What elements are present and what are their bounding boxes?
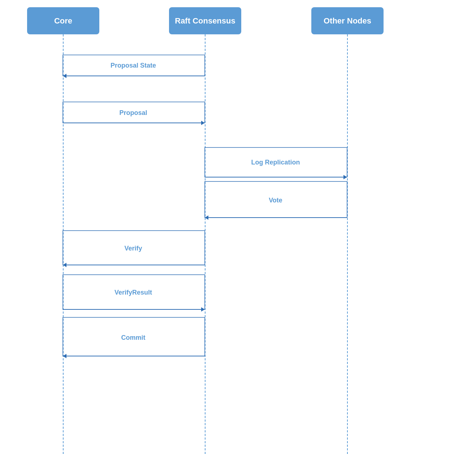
svg-marker-17 — [201, 307, 205, 312]
lifeline-core — [63, 34, 64, 454]
actor-core: Core — [27, 7, 99, 34]
lifeline-other — [347, 34, 348, 454]
svg-rect-9 — [205, 181, 347, 218]
svg-marker-5 — [201, 121, 205, 125]
svg-rect-3 — [63, 102, 205, 123]
proposal-label: Proposal — [119, 109, 147, 116]
proposal-state-label: Proposal State — [111, 62, 156, 69]
actor-raft: Raft Consensus — [169, 7, 241, 34]
actor-other: Other Nodes — [311, 7, 384, 34]
svg-marker-8 — [343, 175, 347, 179]
verify-result-label: VerifyResult — [114, 289, 152, 296]
verify-label: Verify — [124, 245, 142, 252]
svg-rect-18 — [63, 317, 205, 356]
log-replication-label: Log Replication — [251, 159, 300, 166]
arrows-svg: Proposal State Proposal Log Replication … — [0, 0, 476, 454]
svg-rect-12 — [63, 231, 205, 265]
lifeline-raft — [205, 34, 205, 454]
sequence-diagram: Core Raft Consensus Other Nodes Proposal… — [0, 0, 476, 454]
svg-rect-0 — [63, 55, 205, 76]
actor-raft-label: Raft Consensus — [175, 16, 235, 26]
actor-other-label: Other Nodes — [324, 16, 371, 26]
actor-core-label: Core — [54, 16, 72, 26]
svg-rect-6 — [205, 147, 347, 177]
vote-label: Vote — [269, 197, 282, 204]
svg-rect-15 — [63, 275, 205, 309]
commit-label: Commit — [121, 334, 146, 341]
